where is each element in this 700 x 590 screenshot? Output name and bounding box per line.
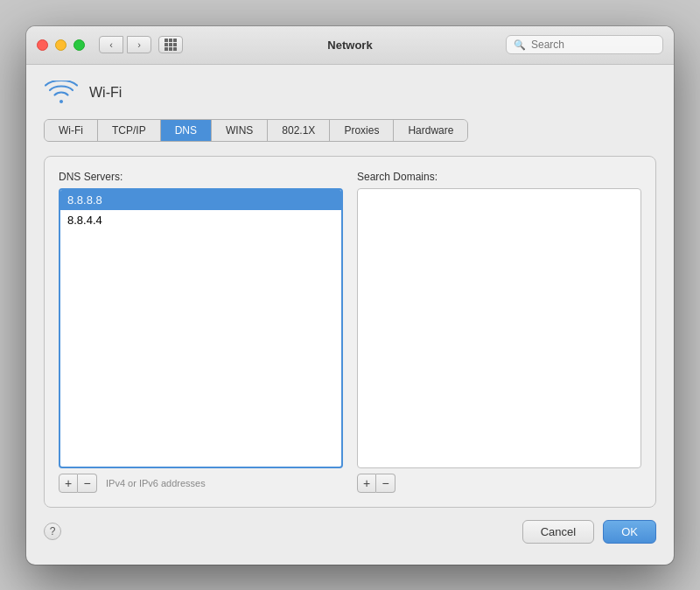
chevron-right-icon: ›	[137, 39, 141, 50]
cancel-button[interactable]: Cancel	[522, 520, 594, 544]
dns-server-item-2[interactable]: 8.8.4.4	[60, 210, 341, 230]
dns-add-button[interactable]: +	[59, 474, 78, 493]
panel-body: DNS Servers: 8.8.8.8 8.8.4.4 + − IPv4 or…	[59, 171, 641, 493]
wifi-label: Wi-Fi	[89, 85, 122, 101]
tab-dns[interactable]: DNS	[161, 120, 212, 141]
search-domains-controls: + −	[357, 474, 641, 493]
tab-proxies[interactable]: Proxies	[330, 120, 394, 141]
content-area: Wi-Fi Wi-Fi TCP/IP DNS WINS 802.1X Proxi…	[26, 65, 674, 565]
dns-servers-controls: + − IPv4 or IPv6 addresses	[59, 474, 343, 493]
maximize-button[interactable]	[74, 39, 85, 51]
back-button[interactable]: ‹	[99, 36, 123, 53]
search-domain-remove-button[interactable]: −	[376, 474, 396, 493]
search-domains-column: Search Domains: + −	[357, 171, 641, 493]
wifi-header: Wi-Fi	[44, 79, 656, 107]
search-input[interactable]	[531, 39, 655, 51]
search-box[interactable]: 🔍	[506, 35, 663, 54]
wifi-icon	[44, 79, 79, 107]
tab-tcpip[interactable]: TCP/IP	[98, 120, 161, 141]
help-button[interactable]: ?	[44, 523, 61, 540]
close-button[interactable]	[37, 39, 48, 51]
search-icon: 🔍	[514, 39, 526, 51]
dns-panel: DNS Servers: 8.8.8.8 8.8.4.4 + − IPv4 or…	[44, 156, 656, 508]
nav-buttons: ‹ ›	[99, 36, 151, 53]
search-domain-add-button[interactable]: +	[357, 474, 376, 493]
dns-remove-button[interactable]: −	[78, 474, 97, 493]
dns-server-item-1[interactable]: 8.8.8.8	[60, 190, 341, 210]
grid-icon	[164, 39, 177, 51]
apps-button[interactable]	[158, 36, 183, 53]
chevron-left-icon: ‹	[109, 39, 113, 50]
dns-servers-list[interactable]: 8.8.8.8 8.8.4.4	[59, 188, 343, 468]
forward-button[interactable]: ›	[127, 36, 151, 53]
search-domains-label: Search Domains:	[357, 171, 641, 183]
footer-buttons: Cancel OK	[522, 520, 656, 544]
tabs-bar: Wi-Fi TCP/IP DNS WINS 802.1X Proxies Har…	[44, 119, 468, 142]
titlebar: ‹ › Network 🔍	[26, 26, 674, 65]
tab-8021x[interactable]: 802.1X	[268, 120, 330, 141]
tab-hardware[interactable]: Hardware	[394, 120, 467, 141]
footer: ? Cancel OK	[44, 508, 656, 547]
minimize-button[interactable]	[55, 39, 66, 51]
traffic-lights	[37, 39, 85, 51]
tab-wins[interactable]: WINS	[212, 120, 268, 141]
dns-hint: IPv4 or IPv6 addresses	[106, 478, 206, 488]
tab-wifi[interactable]: Wi-Fi	[45, 120, 98, 141]
dns-servers-column: DNS Servers: 8.8.8.8 8.8.4.4 + − IPv4 or…	[59, 171, 343, 493]
window-title: Network	[327, 39, 372, 52]
dns-servers-label: DNS Servers:	[59, 171, 343, 183]
search-domains-list[interactable]	[357, 188, 641, 468]
ok-button[interactable]: OK	[603, 520, 656, 544]
window: ‹ › Network 🔍	[26, 26, 674, 565]
